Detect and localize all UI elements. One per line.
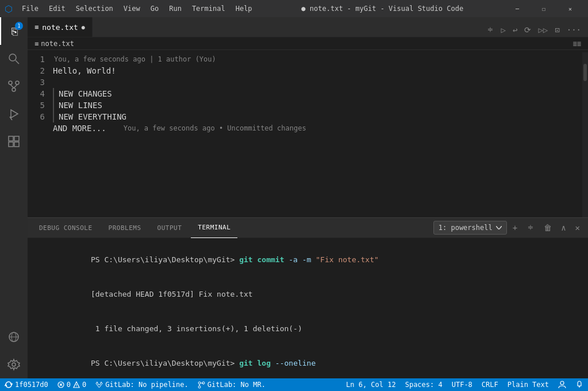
svg-point-16 <box>12 363 16 366</box>
panel-tab-output[interactable]: OUTPUT <box>151 218 189 238</box>
editor-tab-note-txt[interactable]: ≡ note.txt ● <box>28 17 93 37</box>
status-language-mode[interactable]: Plain Text <box>503 378 554 391</box>
terminal-line-1: PS C:\Users\iliya\Desktop\myGit> git com… <box>37 243 579 277</box>
more-actions-button[interactable]: ··· <box>564 23 583 37</box>
tab-bar: ≡ note.txt ● ⫩ ▷ ↩ ⟳ ▷▷ ⊡ ··· <box>28 17 588 37</box>
maximize-panel-button[interactable]: ∧ <box>558 221 569 235</box>
line-numbers: 1 2 3 4 5 6 <box>28 52 51 217</box>
window-controls: ─ ☐ ✕ <box>504 0 583 17</box>
split-terminal-button[interactable]: ⫩ <box>523 221 538 235</box>
svg-rect-11 <box>9 142 13 147</box>
terminal-selector-label: 1: powershell <box>439 224 493 232</box>
terminal-line-2: [detached HEAD 1f0517d] Fix note.txt <box>37 277 579 312</box>
svg-line-6 <box>14 85 17 88</box>
svg-line-5 <box>10 85 14 88</box>
undo-button[interactable]: ↩ <box>510 23 520 37</box>
status-language-text: Plain Text <box>508 381 549 389</box>
status-remote-ssh[interactable] <box>554 378 571 391</box>
minimize-button[interactable]: ─ <box>504 0 531 17</box>
svg-point-25 <box>198 386 201 388</box>
settings-activity-icon[interactable] <box>0 351 28 378</box>
minimap-icon: ≣≣ <box>573 40 581 48</box>
status-remote-icon[interactable]: 1f0517d0 <box>0 378 53 391</box>
status-encoding[interactable]: UTF-8 <box>447 378 477 391</box>
add-terminal-button[interactable]: + <box>509 221 521 235</box>
close-button[interactable]: ✕ <box>557 0 583 17</box>
menu-help[interactable]: Help <box>231 3 257 14</box>
title-bar: ⬡ File Edit Selection View Go Run Termin… <box>0 0 588 17</box>
code-text-3: NEW CHANGES <box>59 88 112 99</box>
svg-marker-7 <box>11 110 18 118</box>
split-editor-button[interactable]: ⫩ <box>484 23 497 37</box>
terminal-content[interactable]: PS C:\Users\iliya\Desktop\myGit> git com… <box>28 238 588 378</box>
chevron-down-icon <box>496 226 502 229</box>
status-errors[interactable]: 0 0 <box>53 378 91 391</box>
extensions-activity-icon[interactable] <box>0 128 28 155</box>
panel-tab-problems[interactable]: PROBLEMS <box>102 218 148 238</box>
breadcrumb-file-icon: ≡ <box>34 40 39 48</box>
breadcrumb-path[interactable]: note.txt <box>41 40 74 48</box>
code-editor[interactable]: You, a few seconds ago | 1 author (You) … <box>51 52 582 217</box>
search-activity-icon[interactable] <box>0 45 28 72</box>
layout-button[interactable]: ⊡ <box>552 23 562 37</box>
git-blame-line: You, a few seconds ago | 1 author (You) <box>53 53 582 65</box>
main-area: ⎘ 1 <box>0 17 588 378</box>
code-area[interactable]: 1 2 3 4 5 6 You, a few seconds ago | 1 a… <box>28 50 588 217</box>
status-error-count: 0 <box>67 381 71 389</box>
person-icon <box>558 381 566 389</box>
status-gitlab-mr[interactable]: GitLab: No MR. <box>193 378 270 391</box>
vertical-scrollbar[interactable] <box>582 52 588 217</box>
status-spaces[interactable]: Spaces: 4 <box>401 378 447 391</box>
terminal-prompt-4: PS C:\Users\iliya\Desktop\myGit> <box>91 359 239 367</box>
source-control-activity-icon[interactable] <box>0 72 28 100</box>
maximize-button[interactable]: ☐ <box>531 0 557 17</box>
status-notifications[interactable] <box>571 378 588 391</box>
terminal-selector-dropdown[interactable]: 1: powershell <box>433 221 507 235</box>
status-gitlab-pipeline[interactable]: GitLab: No pipeline. <box>91 378 193 391</box>
menu-selection[interactable]: Selection <box>71 3 118 14</box>
menu-file[interactable]: File <box>17 3 43 14</box>
svg-point-2 <box>9 81 12 85</box>
close-panel-button[interactable]: ✕ <box>572 221 583 235</box>
terminal-line-4: PS C:\Users\iliya\Desktop\myGit> git log… <box>37 346 579 378</box>
run-activity-icon[interactable] <box>0 100 28 128</box>
menu-terminal[interactable]: Terminal <box>187 3 230 14</box>
terminal-line-3: 1 file changed, 3 insertions(+), 1 delet… <box>37 312 579 346</box>
run-code-button[interactable]: ▷ <box>499 23 508 37</box>
kill-terminal-button[interactable]: 🗑 <box>540 221 555 235</box>
status-line-ending-text: CRLF <box>482 381 498 389</box>
run-all-button[interactable]: ▷▷ <box>536 23 550 37</box>
code-line-6: AND MORE... You, a few seconds ago • Unc… <box>53 122 582 134</box>
code-line-3: NEW CHANGES <box>53 88 582 99</box>
error-icon <box>57 381 64 388</box>
panel-tabs: DEBUG CONSOLE PROBLEMS OUTPUT TERMINAL 1… <box>28 218 588 238</box>
panel-tab-debug-console[interactable]: DEBUG CONSOLE <box>32 218 99 238</box>
status-gitlab-mr-text: GitLab: No MR. <box>207 381 266 389</box>
menu-edit[interactable]: Edit <box>44 3 70 14</box>
file-icon: ≡ <box>34 23 39 31</box>
code-text-2 <box>53 76 57 88</box>
bell-icon <box>575 381 583 389</box>
status-line-ending[interactable]: CRLF <box>477 378 503 391</box>
menu-run[interactable]: Run <box>164 3 186 14</box>
status-encoding-text: UTF-8 <box>452 381 472 389</box>
git-inline-annotation: You, a few seconds ago • Uncommitted cha… <box>124 122 306 134</box>
panel-tab-terminal[interactable]: TERMINAL <box>191 218 237 238</box>
code-text-1: Hello, World! <box>53 65 116 76</box>
menu-go[interactable]: Go <box>146 3 163 14</box>
editor-area: ≡ note.txt ● ⫩ ▷ ↩ ⟳ ▷▷ ⊡ ··· ≡ note.txt… <box>28 17 588 378</box>
code-line-4: NEW LINES <box>53 99 582 111</box>
svg-rect-9 <box>9 136 13 141</box>
menu-view[interactable]: View <box>119 3 145 14</box>
window-title: ● note.txt - myGit - Visual Studio Code <box>261 5 505 13</box>
code-text-5: NEW EVERYTHING <box>59 111 126 122</box>
status-right: Ln 6, Col 12 Spaces: 4 UTF-8 CRLF Plain … <box>341 378 588 391</box>
redo-button[interactable]: ⟳ <box>522 23 533 37</box>
status-gitlab-pipeline-text: GitLab: No pipeline. <box>105 381 189 389</box>
status-cursor-position[interactable]: Ln 6, Col 12 <box>341 378 401 391</box>
status-ln-col: Ln 6, Col 12 <box>346 381 396 389</box>
code-text-4: NEW LINES <box>59 99 102 111</box>
scrollbar-thumb[interactable] <box>583 64 587 81</box>
remote-activity-icon[interactable] <box>0 323 28 351</box>
explorer-activity-icon[interactable]: ⎘ 1 <box>0 17 28 45</box>
